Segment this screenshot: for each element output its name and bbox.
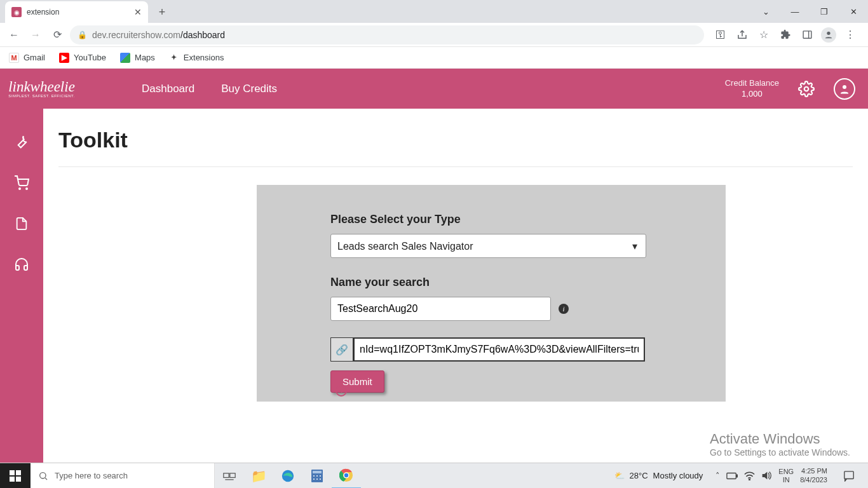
credit-label: Credit Balance xyxy=(725,78,779,89)
share-icon[interactable] xyxy=(735,27,750,43)
maximize-button[interactable]: ❐ xyxy=(810,2,839,21)
search-name-input[interactable] xyxy=(330,297,551,321)
tab-title: extension xyxy=(27,8,134,17)
brand-logo[interactable]: linkwheelie SIMPLEST. SAFEST. EFFICIENT. xyxy=(0,79,85,98)
key-icon[interactable]: ⚿ xyxy=(713,27,728,43)
search-icon xyxy=(38,471,48,481)
headphones-icon[interactable] xyxy=(13,256,30,273)
minimize-button[interactable]: ― xyxy=(780,2,810,21)
svg-point-26 xyxy=(749,479,750,480)
reload-button[interactable]: ⟳ xyxy=(48,26,66,44)
svg-point-2 xyxy=(827,31,830,34)
nav-dashboard[interactable]: Dashboard xyxy=(142,83,194,95)
svg-point-7 xyxy=(40,472,46,478)
svg-rect-14 xyxy=(313,471,322,473)
browser-tab[interactable]: ◉ extension ✕ xyxy=(5,1,148,23)
sidepanel-icon[interactable] xyxy=(799,27,815,43)
battery-icon[interactable] xyxy=(726,472,738,480)
clock[interactable]: 4:25 PM 8/4/2023 xyxy=(800,467,830,484)
windows-icon xyxy=(10,470,21,482)
wrench-icon[interactable] xyxy=(13,134,30,151)
svg-point-19 xyxy=(316,478,318,480)
svg-rect-25 xyxy=(737,475,738,477)
weather-temp: 28°C xyxy=(630,471,648,480)
tab-strip: ◉ extension ✕ + ⌄ ― ❐ ✕ xyxy=(0,0,868,23)
close-tab-icon[interactable]: ✕ xyxy=(134,7,142,17)
svg-rect-9 xyxy=(224,473,229,477)
weather-icon: ⛅ xyxy=(614,471,625,480)
svg-point-16 xyxy=(316,475,318,477)
taskbar-search[interactable]: Type here to search xyxy=(31,463,215,489)
brand-text: linkwheelie xyxy=(8,79,75,94)
back-button[interactable]: ← xyxy=(5,26,23,44)
divider xyxy=(58,166,853,167)
system-tray: ˄ ENG IN 4:25 PM 8/4/2023 xyxy=(709,467,868,484)
star-icon[interactable]: ☆ xyxy=(756,27,771,43)
link-icon: 🔗 xyxy=(330,337,353,362)
page-title: Toolkit xyxy=(58,128,853,152)
toolbar-right: ⚿ ☆ ⋮ xyxy=(708,27,863,43)
window-controls: ⌄ ― ❐ ✕ xyxy=(751,0,868,23)
puzzle-icon: ✦ xyxy=(169,53,179,63)
url-input[interactable] xyxy=(353,337,645,362)
file-icon[interactable] xyxy=(13,215,30,232)
url-row: 🔗 xyxy=(330,337,652,362)
taskbar: Type here to search 📁 ⛅ 28°C Mostly clou… xyxy=(0,463,868,488)
tab-favicon: ◉ xyxy=(11,7,22,17)
forward-button[interactable]: → xyxy=(27,26,44,44)
bookmark-maps[interactable]: Maps xyxy=(120,53,155,63)
calculator-icon[interactable] xyxy=(302,463,332,489)
svg-point-20 xyxy=(320,478,321,480)
bookmark-extensions[interactable]: ✦Extensions xyxy=(169,53,224,63)
weather-widget[interactable]: ⛅ 28°C Mostly cloudy xyxy=(608,471,710,480)
notifications-icon[interactable] xyxy=(836,470,862,482)
url-path: /dashboard xyxy=(180,30,225,40)
bookmark-youtube[interactable]: ▶YouTube xyxy=(59,53,106,63)
back-arrow-circle-icon[interactable]: ‹ xyxy=(336,385,347,396)
svg-point-15 xyxy=(313,475,315,477)
chevron-down-icon[interactable]: ⌄ xyxy=(751,2,780,21)
tray-chevron-icon[interactable]: ˄ xyxy=(715,471,720,480)
credit-balance: Credit Balance 1,000 xyxy=(725,78,779,100)
new-tab-button[interactable]: + xyxy=(153,3,171,21)
task-view-icon[interactable] xyxy=(215,463,244,489)
bookmark-gmail[interactable]: MGmail xyxy=(9,53,45,63)
profile-avatar[interactable] xyxy=(821,27,836,43)
cart-icon[interactable] xyxy=(13,175,30,191)
wifi-icon[interactable] xyxy=(744,471,755,480)
svg-rect-0 xyxy=(803,31,811,38)
svg-point-3 xyxy=(804,86,809,91)
name-label: Name your search xyxy=(330,276,652,289)
credit-value: 1,000 xyxy=(725,89,779,100)
bookmarks-bar: MGmail ▶YouTube Maps ✦Extensions xyxy=(0,47,868,69)
main-content: Toolkit Please Select your Type Leads se… xyxy=(43,109,868,463)
app-header: linkwheelie SIMPLEST. SAFEST. EFFICIENT.… xyxy=(0,69,868,109)
extensions-icon[interactable] xyxy=(778,27,793,43)
svg-rect-24 xyxy=(727,473,736,478)
type-label: Please Select your Type xyxy=(330,213,652,226)
file-explorer-icon[interactable]: 📁 xyxy=(244,463,273,489)
gmail-icon: M xyxy=(9,53,19,63)
chrome-icon[interactable] xyxy=(332,463,361,489)
address-bar[interactable]: 🔒 dev.recruitershow.com/dashboard xyxy=(70,25,704,44)
volume-icon[interactable] xyxy=(761,471,772,480)
lock-icon: 🔒 xyxy=(78,30,87,39)
activate-windows-watermark: Activate Windows Go to Settings to activ… xyxy=(710,431,850,458)
edge-icon[interactable] xyxy=(273,463,302,489)
type-select-wrap: Leads search Sales Navigator ▾ xyxy=(330,234,652,258)
settings-gear-icon[interactable] xyxy=(797,79,816,98)
url-host: dev.recruitershow.com xyxy=(92,30,180,40)
type-select[interactable]: Leads search Sales Navigator xyxy=(330,234,646,258)
nav-buy-credits[interactable]: Buy Credits xyxy=(221,83,277,95)
search-placeholder: Type here to search xyxy=(55,471,128,480)
kebab-menu-icon[interactable]: ⋮ xyxy=(843,27,858,43)
browser-chrome: ◉ extension ✕ + ⌄ ― ❐ ✕ ← → ⟳ 🔒 dev.recr… xyxy=(0,0,868,69)
user-menu-icon[interactable] xyxy=(834,78,855,100)
info-icon[interactable]: i xyxy=(559,304,569,314)
sidebar xyxy=(0,109,43,463)
language-indicator[interactable]: ENG IN xyxy=(778,468,794,483)
start-button[interactable] xyxy=(0,463,31,489)
svg-point-23 xyxy=(344,473,348,477)
close-window-button[interactable]: ✕ xyxy=(839,2,868,21)
svg-point-4 xyxy=(843,85,846,89)
